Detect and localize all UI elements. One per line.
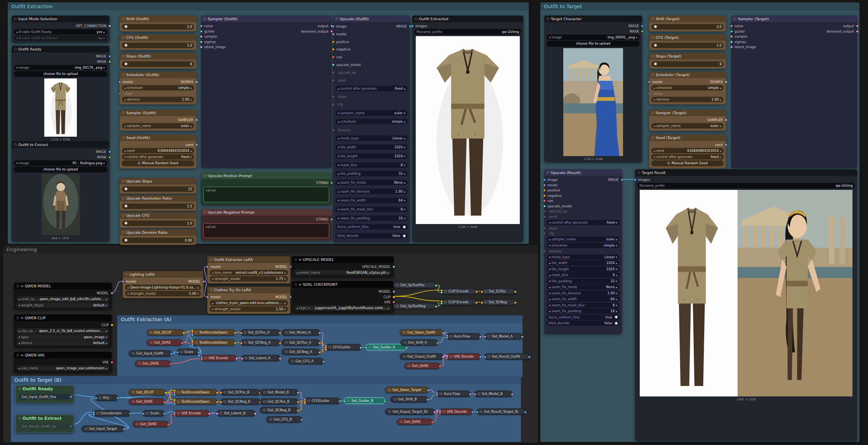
output-port[interactable]	[279, 332, 281, 334]
increment-arrow-icon[interactable]: ▶	[636, 36, 638, 38]
collapse-dot-icon[interactable]	[14, 17, 17, 20]
decrement-arrow-icon[interactable]: ◀	[549, 221, 550, 224]
increment-arrow-icon[interactable]: ▶	[616, 304, 618, 306]
widget-weight-dtype[interactable]: ◀weight_dtypedefault▶	[16, 302, 109, 308]
collapse-dot-icon[interactable]	[210, 258, 212, 261]
node-set-qcpos-a[interactable]: Set_QCPos_A	[241, 329, 280, 335]
collapse-dot-icon[interactable]	[269, 418, 272, 421]
output-port[interactable]	[163, 412, 166, 415]
increment-arrow-icon[interactable]: ▶	[616, 280, 618, 282]
decrement-arrow-icon[interactable]: ◀	[337, 217, 339, 219]
collapse-dot-icon[interactable]	[136, 423, 139, 425]
output-port[interactable]	[392, 296, 395, 298]
decrement-arrow-icon[interactable]: ◀	[653, 125, 655, 127]
widget-control-after-generate[interactable]: ◀control after generatefixed▶	[547, 220, 620, 225]
collapse-dot-icon[interactable]	[18, 388, 21, 390]
collapse-dot-icon[interactable]	[150, 341, 153, 344]
node-lighting-lora[interactable]: Lighting LoRAmodelMODEL◀Qwen-Image-Light…	[123, 271, 203, 298]
output-port[interactable]	[471, 411, 474, 414]
button-choose-file-to-upload[interactable]: choose file to upload	[547, 41, 640, 47]
increment-arrow-icon[interactable]: ▶	[720, 149, 722, 152]
input-port[interactable]	[122, 280, 124, 283]
output-port[interactable]	[475, 290, 478, 293]
decrement-arrow-icon[interactable]: ◀	[549, 256, 550, 258]
decrement-arrow-icon[interactable]: ◀	[124, 98, 126, 101]
collapse-dot-icon[interactable]	[403, 331, 406, 334]
collapse-dot-icon[interactable]	[285, 351, 288, 353]
decrement-arrow-icon[interactable]: ◀	[296, 271, 298, 274]
decrement-arrow-icon[interactable]: ◀	[16, 31, 18, 33]
node-outfit-ready[interactable]: Outfit ReadyIMAGEMASK◀imageimg_00176_.pn…	[12, 46, 109, 143]
decrement-arrow-icon[interactable]: ◀	[549, 244, 550, 247]
node-get-qvae[interactable]: Get_QVAE	[135, 360, 171, 367]
output-port[interactable]	[435, 305, 437, 308]
collapse-dot-icon[interactable]	[122, 214, 125, 217]
slider-handle[interactable]	[125, 44, 127, 47]
node-sampler-target-widget[interactable]: Sampler (Target)SAMPLER◀sampler_nameeule…	[649, 110, 726, 131]
output-port[interactable]	[427, 389, 430, 392]
widget-seam-fix-width[interactable]: ◀seam_fix_width64▶	[547, 296, 620, 302]
widget-clip-name[interactable]: ◀clip_nameqwen_2.5_vl_7b_fp8_scaled.safe…	[16, 328, 109, 334]
output-port[interactable]	[431, 421, 434, 424]
collapse-dot-icon[interactable]	[450, 335, 452, 337]
node-concatenate[interactable]: Concatenate	[93, 410, 130, 416]
node-get-qclip[interactable]: Get_QCLIP	[147, 329, 184, 335]
output-port[interactable]	[621, 179, 623, 181]
output-port[interactable]	[234, 342, 236, 344]
increment-arrow-icon[interactable]: ▶	[404, 111, 406, 114]
collapse-dot-icon[interactable]	[132, 391, 135, 393]
collapse-dot-icon[interactable]	[14, 143, 17, 146]
slider-handle[interactable]	[654, 44, 657, 47]
collapse-dot-icon[interactable]	[651, 17, 654, 20]
increment-arrow-icon[interactable]: ▶	[284, 271, 286, 274]
node-shift-outfit[interactable]: Shift (Outfit)3.0	[120, 16, 196, 31]
input-port[interactable]	[200, 40, 203, 43]
increment-arrow-icon[interactable]: ▶	[404, 172, 406, 175]
node-clip-encode[interactable]: CLIP Encode	[441, 299, 477, 305]
output-port[interactable]	[641, 25, 644, 28]
collapse-dot-icon[interactable]	[16, 354, 19, 356]
output-port[interactable]	[182, 332, 185, 334]
node-upscale-outfit[interactable]: Upscale (Outfit)imageIMAGEmodelpositiven…	[333, 16, 410, 242]
collapse-dot-icon[interactable]	[439, 393, 442, 395]
output-port[interactable]	[339, 400, 341, 403]
slider-handle[interactable]	[654, 25, 657, 28]
decrement-arrow-icon[interactable]: ◀	[124, 149, 126, 152]
increment-arrow-icon[interactable]: ▶	[197, 286, 199, 289]
node-upscale-resolution-ratio[interactable]: Upscale Resolution Ratio1.5	[120, 195, 196, 211]
widget-seed[interactable]: ◀seed634844894503054▶	[651, 148, 724, 153]
widget-enable-outfit-ready[interactable]: ◀Enable Outfit Readyyes▶	[14, 29, 107, 35]
decrement-arrow-icon[interactable]: ◀	[549, 292, 550, 294]
output-port[interactable]	[129, 412, 132, 415]
collapse-dot-icon[interactable]	[488, 355, 490, 358]
input-port[interactable]	[474, 393, 476, 396]
node-get-result-outfit-up[interactable]: Get_Result_Outfit_Up	[19, 424, 71, 429]
collapse-dot-icon[interactable]	[14, 48, 17, 50]
increment-arrow-icon[interactable]: ▶	[404, 137, 406, 140]
node-get-qvae[interactable]: Get_QVAE	[397, 419, 432, 425]
increment-arrow-icon[interactable]: ▶	[284, 277, 286, 280]
widget-seam-fix-mode[interactable]: ◀seam_fix_modeNone▶	[547, 284, 620, 290]
collapse-dot-icon[interactable]	[450, 355, 452, 358]
collapse-dot-icon[interactable]	[122, 73, 125, 76]
decrement-arrow-icon[interactable]: ◀	[212, 271, 214, 274]
output-port[interactable]	[279, 342, 281, 344]
collapse-dot-icon[interactable]	[244, 341, 247, 344]
collapse-dot-icon[interactable]	[122, 136, 125, 139]
prompt-textarea[interactable]: value	[203, 223, 329, 238]
collapse-dot-icon[interactable]	[477, 393, 480, 395]
widget-control-after-generate[interactable]: ◀control after generatefixed▶	[122, 154, 194, 160]
output-port[interactable]	[528, 356, 531, 358]
node-get-cfg-b[interactable]: Get_CFG_B	[266, 416, 302, 422]
output-port[interactable]	[524, 411, 527, 414]
node-set-qcneg-b[interactable]: Set_QCNeg_B	[220, 398, 260, 405]
collapse-dot-icon[interactable]	[651, 36, 654, 39]
increment-arrow-icon[interactable]: ▶	[616, 256, 618, 258]
slider[interactable]: 1.5	[122, 203, 194, 209]
node-textencodeqwen[interactable]: TextEncodeQwen	[192, 339, 235, 346]
output-port[interactable]	[725, 144, 727, 146]
widget-scheduler[interactable]: ◀schedulersimple▶	[122, 85, 194, 90]
input-port[interactable]	[439, 412, 441, 414]
button-choose-file-to-upload[interactable]: choose file to upload	[14, 167, 107, 172]
widget-tile-padding[interactable]: ◀tile_padding32▶	[335, 171, 408, 176]
